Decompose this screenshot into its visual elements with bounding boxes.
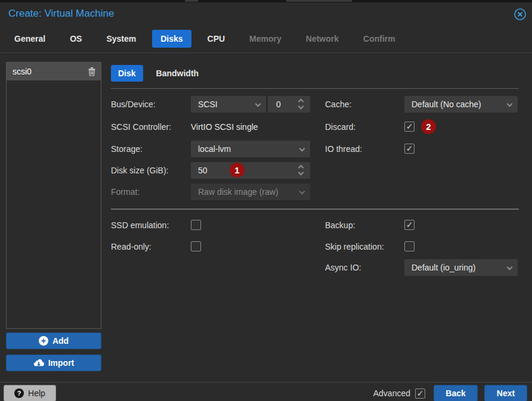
- disk-list: scsi0: [6, 62, 101, 329]
- close-button[interactable]: [514, 8, 527, 21]
- close-icon: [514, 8, 527, 21]
- spinner-down-icon[interactable]: [298, 170, 304, 176]
- io-thread-label: IO thread:: [325, 141, 362, 157]
- help-button[interactable]: ? Help: [4, 385, 56, 401]
- subtab-bandwidth[interactable]: Bandwidth: [149, 65, 206, 82]
- skip-replication-label: Skip replication:: [325, 238, 384, 255]
- backup-label: Backup:: [325, 217, 355, 234]
- annotation-badge-2: 2: [421, 119, 436, 134]
- background-remnant: [286, 0, 352, 2]
- format-select: Raw disk image (raw): [191, 184, 310, 200]
- async-io-select[interactable]: Default (io_uring): [404, 259, 518, 276]
- tab-system[interactable]: System: [98, 30, 144, 48]
- advanced-separator: [111, 209, 519, 210]
- subtab-divider: [111, 88, 519, 89]
- import-disk-button[interactable]: Import: [6, 355, 101, 371]
- read-only-label: Read-only:: [111, 238, 151, 255]
- spinner-down-icon[interactable]: [298, 104, 304, 110]
- header-divider: [0, 52, 532, 53]
- backup-checkbox[interactable]: [404, 220, 415, 230]
- cache-select[interactable]: Default (No cache): [404, 96, 518, 113]
- ssd-emulation-label: SSD emulation:: [111, 217, 169, 234]
- chevron-down-icon: [507, 265, 513, 271]
- bus-number-value: 0: [276, 100, 281, 109]
- tab-disks[interactable]: Disks: [152, 30, 191, 48]
- subtab-disk[interactable]: Disk: [111, 65, 143, 82]
- storage-value: local-lvm: [198, 144, 231, 154]
- footer-actions: Advanced Back Next: [373, 385, 527, 401]
- bus-device-label: Bus/Device:: [111, 96, 156, 113]
- wizard-tab-bar: General OS System Disks CPU Memory Netwo…: [6, 30, 412, 48]
- advanced-checkbox[interactable]: [415, 388, 425, 399]
- tab-memory: Memory: [241, 30, 290, 48]
- bus-number-input[interactable]: 0: [268, 96, 310, 113]
- async-io-label: Async IO:: [325, 259, 361, 276]
- background-remnant: [185, 0, 198, 2]
- async-io-value: Default (io_uring): [412, 263, 475, 272]
- chevron-down-icon: [299, 146, 305, 152]
- tab-network: Network: [298, 30, 347, 48]
- storage-label: Storage:: [111, 141, 143, 157]
- proxmox-create-vm-screen: Create: Virtual Machine General OS Syste…: [0, 0, 532, 401]
- create-vm-dialog: Create: Virtual Machine General OS Syste…: [0, 2, 532, 401]
- read-only-checkbox[interactable]: [191, 241, 201, 251]
- add-button-label: Add: [52, 336, 69, 346]
- disk-size-value: 50: [198, 166, 208, 175]
- question-circle-icon: ?: [14, 388, 24, 398]
- skip-replication-checkbox[interactable]: [404, 241, 415, 251]
- disk-size-label: Disk size (GiB):: [111, 162, 168, 179]
- bus-device-value: SCSI: [198, 100, 218, 109]
- bus-number-spinner: [298, 96, 305, 113]
- cloud-download-icon: [33, 359, 44, 367]
- ssd-emulation-checkbox[interactable]: [191, 220, 201, 230]
- disk-subtab-bar: Disk Bandwidth: [111, 65, 212, 82]
- cache-value: Default (No cache): [412, 100, 481, 109]
- next-button[interactable]: Next: [484, 385, 527, 401]
- help-button-label: Help: [28, 388, 45, 398]
- discard-label: Discard:: [325, 119, 355, 135]
- disk-item-label: scsi0: [13, 67, 88, 76]
- discard-checkbox[interactable]: [404, 122, 415, 132]
- tab-cpu[interactable]: CPU: [199, 30, 234, 48]
- format-label: Format:: [111, 184, 140, 200]
- chevron-down-icon: [507, 101, 513, 107]
- format-value: Raw disk image (raw): [198, 187, 279, 197]
- io-thread-checkbox[interactable]: [404, 144, 415, 154]
- dialog-title: Create: Virtual Machine: [8, 8, 114, 20]
- import-button-label: Import: [48, 358, 75, 368]
- tab-os[interactable]: OS: [61, 30, 90, 48]
- scsi-controller-label: SCSI Controller:: [111, 119, 171, 135]
- plus-circle-icon: +: [39, 336, 48, 346]
- annotation-badge-1: 1: [230, 163, 245, 178]
- tab-general[interactable]: General: [6, 30, 54, 48]
- storage-select[interactable]: local-lvm: [191, 141, 310, 157]
- scsi-controller-value: VirtIO SCSI single: [191, 119, 258, 135]
- chevron-down-icon: [299, 189, 305, 195]
- cache-label: Cache:: [325, 96, 351, 113]
- bus-device-select[interactable]: SCSI: [191, 96, 266, 113]
- disk-size-spinner: [298, 162, 305, 179]
- dialog-footer: ? Help Advanced Back Next: [0, 382, 532, 401]
- tab-confirm: Confirm: [355, 30, 404, 48]
- back-button[interactable]: Back: [434, 385, 478, 401]
- disk-list-item-scsi0[interactable]: scsi0: [7, 63, 101, 80]
- chevron-down-icon: [255, 101, 261, 107]
- advanced-label: Advanced: [373, 388, 410, 398]
- disk-size-input[interactable]: 50: [191, 162, 310, 179]
- trash-icon[interactable]: [88, 67, 96, 76]
- add-disk-button[interactable]: + Add: [6, 332, 101, 349]
